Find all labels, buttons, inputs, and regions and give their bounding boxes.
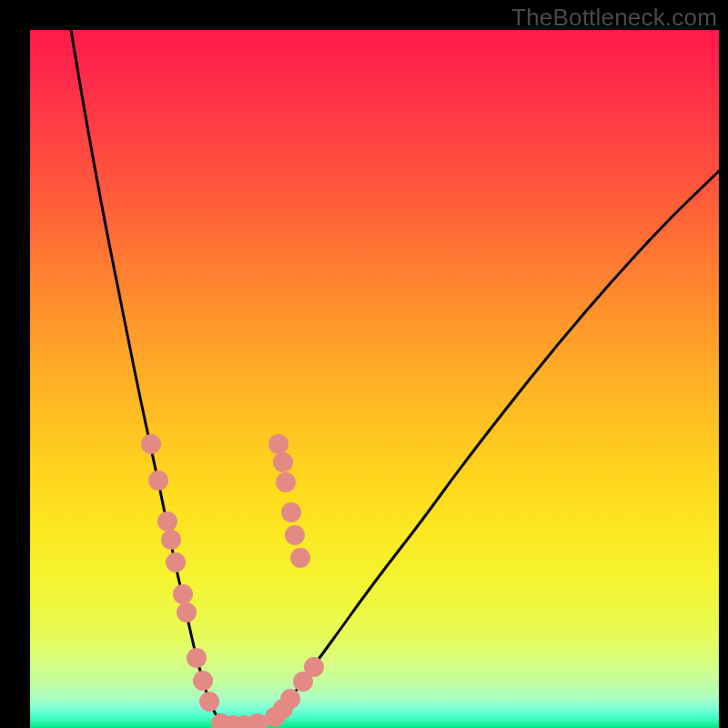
data-point: [173, 584, 193, 604]
data-point: [199, 692, 219, 712]
data-point: [285, 525, 305, 545]
plot-area: [30, 30, 719, 728]
data-point: [248, 713, 268, 728]
dots-bottom: [211, 713, 268, 728]
curve-layer: [30, 30, 719, 728]
data-point: [281, 502, 301, 522]
data-point: [293, 672, 313, 692]
data-point: [177, 602, 197, 622]
data-point: [265, 707, 285, 727]
data-point: [187, 648, 207, 668]
dots-left: [141, 434, 219, 712]
data-point: [193, 671, 213, 691]
data-point: [141, 434, 161, 454]
data-point: [290, 548, 310, 568]
data-point: [148, 470, 168, 490]
data-point: [157, 511, 177, 531]
data-point: [161, 530, 181, 550]
data-point: [273, 452, 293, 472]
watermark-text: TheBottleneck.com: [511, 4, 717, 32]
right-curve: [253, 171, 719, 725]
left-curve: [71, 30, 226, 725]
data-point: [276, 472, 296, 492]
dots-right: [265, 434, 324, 727]
chart-frame: TheBottleneck.com: [0, 0, 728, 728]
data-point: [268, 434, 288, 454]
data-point: [166, 552, 186, 572]
